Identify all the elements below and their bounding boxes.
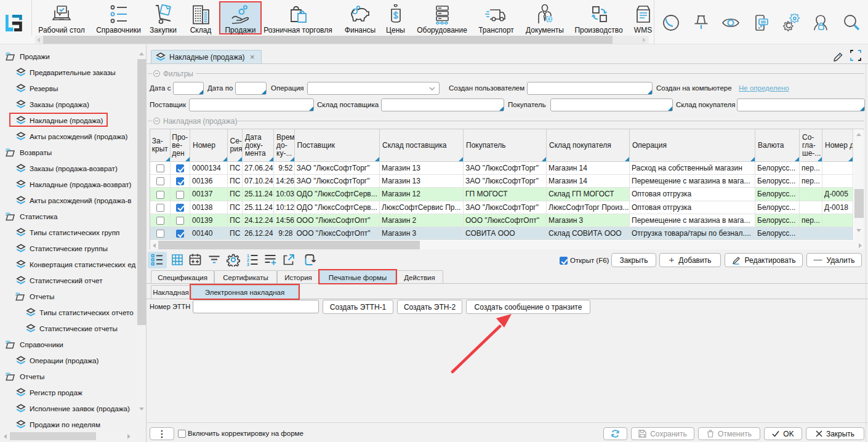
svg-text:1: 1 — [247, 254, 249, 258]
svg-text:2: 2 — [247, 258, 249, 262]
svg-text:3: 3 — [247, 262, 249, 267]
